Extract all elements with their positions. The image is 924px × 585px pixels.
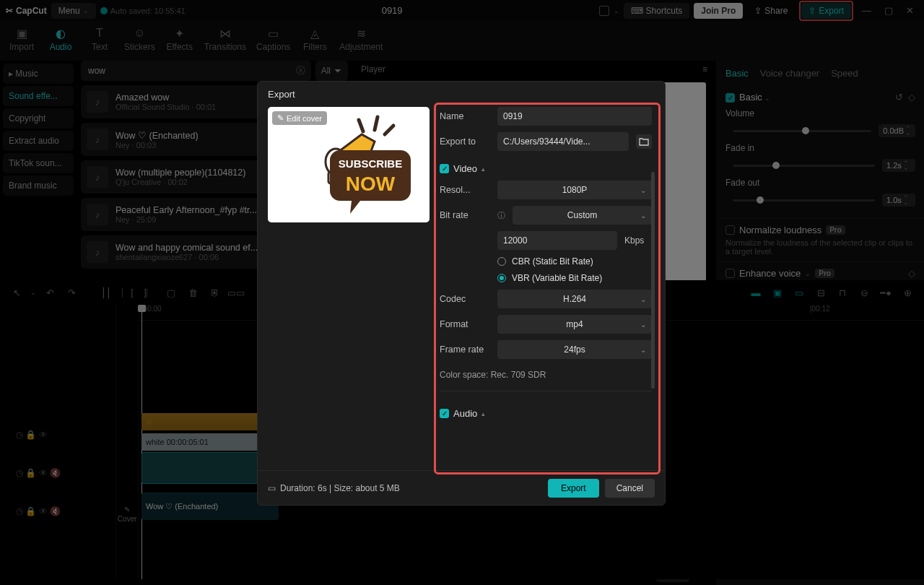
svg-text:SUBSCRIBE: SUBSCRIBE [339,157,402,170]
audio-section[interactable]: ✓Audio ▴ [440,408,652,419]
marker1-icon[interactable]: ▬ [748,285,764,300]
normalize-checkbox[interactable] [725,225,735,235]
ribbon-filters[interactable]: ◬Filters [300,26,329,52]
align-icon[interactable]: ⊟ [813,285,829,300]
name-label: Name [440,111,490,121]
search-input[interactable]: ⓧ [81,61,311,81]
ribbon-stickers[interactable]: ☺Stickers [124,26,155,52]
vbr-radio[interactable]: VBR (Variable Bit Rate) [497,273,652,283]
dialog-scrollbar[interactable] [651,172,655,389]
ribbon-transitions[interactable]: ⋈Transitions [204,26,246,52]
sidebar-brand-music[interactable]: Brand music [3,176,74,196]
info-icon[interactable]: ⓘ [497,210,505,221]
zoom-out-icon[interactable]: ⊖ [856,285,872,300]
delete-icon[interactable]: 🗑 [185,285,201,300]
enhance-checkbox[interactable] [725,269,735,278]
music-note-icon: ♪ [87,241,108,263]
zoom-in-icon[interactable]: ⊕ [899,285,915,300]
trim-right-icon[interactable]: ]⎸ [141,285,157,300]
magnet-icon[interactable]: ⊓ [834,285,850,300]
codec-label: Codec [440,294,490,304]
export-top-button[interactable]: ⇧ Export [801,3,851,19]
resolution-dropdown[interactable]: 1080P⌄ [497,181,652,199]
split-icon[interactable]: ⎮⎮ [98,285,114,300]
svg-line-3 [375,117,378,130]
section-basic-title: Basic [739,92,762,103]
app-logo: ✂ CapCut [6,6,47,16]
bitrate-dropdown[interactable]: Custom⌄ [513,206,652,225]
bitrate-input[interactable] [497,231,617,250]
track-controls[interactable]: ◷ 🔒 👁 🔇 [0,451,116,495]
window-maximize[interactable]: ▢ [880,4,897,17]
sidebar-copyright[interactable]: Copyright [3,108,74,129]
shield-icon[interactable]: ⛨ [206,285,222,300]
window-close[interactable]: ✕ [902,4,918,17]
export-duration-info: ▭ Duration: 6s | Size: about 5 MB [268,483,400,493]
player-title: Player [361,64,385,74]
menu-button[interactable]: Menu ⌄ [51,3,96,19]
window-minimize[interactable]: — [858,4,876,17]
sidebar-tiktok-sounds[interactable]: TikTok soun... [3,153,74,173]
sidebar-music[interactable]: ▸ Music [3,64,74,84]
framerate-dropdown[interactable]: 24fps⌄ [497,340,652,359]
marker2-icon[interactable]: ▣ [770,285,785,300]
filter-all[interactable]: All ⏷ [315,61,348,81]
browse-folder-icon[interactable] [636,134,652,149]
sidebar-extract-audio[interactable]: Extract audio [3,131,74,151]
track-controls[interactable]: ◷ 🔒 👁 🔇 [0,495,116,527]
join-pro-button[interactable]: Join Pro [694,3,743,19]
video-section[interactable]: ✓Video ▴ [440,163,652,174]
share-button[interactable]: ⇪ Share [747,3,795,19]
track-controls[interactable]: ◷ 🔒 👁 [0,419,116,451]
keyframe-icon[interactable]: ◇ [908,92,915,103]
edit-cover-button[interactable]: ✎ Edit cover [272,111,327,125]
crop-icon[interactable]: ▢ [163,285,179,300]
basic-checkbox[interactable]: ✓ [725,93,735,103]
export-path-input[interactable] [497,132,629,151]
fadein-slider[interactable] [733,165,875,167]
volume-value[interactable]: 0.0dB⌃⌄ [879,124,915,137]
format-dropdown[interactable]: mp4⌄ [497,315,652,334]
zoom-slider-icon[interactable]: ━● [878,285,894,300]
ribbon-captions[interactable]: ▭Captions [256,26,290,52]
sidebar-sound-effects[interactable]: Sound effe... [3,86,74,106]
codec-dropdown[interactable]: H.264⌄ [497,290,652,308]
ribbon-effects[interactable]: ✦Effects [165,26,194,52]
trim-left-icon[interactable]: ⎸[ [120,285,136,300]
document-title[interactable]: 0919 [382,5,403,16]
ribbon-audio[interactable]: ◐Audio [46,26,75,52]
pro-badge: Pro [815,269,834,278]
clear-search-icon[interactable]: ⓧ [296,64,305,77]
aspect-icon[interactable] [599,6,609,16]
bitrate-unit: Kbps [624,235,652,246]
redo-icon[interactable]: ↷ [64,285,79,300]
marker3-icon[interactable]: ▭ [791,285,807,300]
export-cancel-button[interactable]: Cancel [605,479,655,498]
tab-speed[interactable]: Speed [831,68,858,79]
fadeout-slider[interactable] [733,199,875,202]
cbr-radio[interactable]: CBR (Static Bit Rate) [497,256,652,266]
aspect-caret[interactable]: ⌄ [614,9,619,13]
keyframe-icon[interactable]: ◇ [908,268,915,279]
enhance-label: Enhance voice [739,268,801,279]
fadein-value[interactable]: 1.2s⌃⌄ [882,159,915,172]
tab-voice-changer[interactable]: Voice changer [760,68,819,79]
volume-slider[interactable] [733,130,871,132]
cursor-tool[interactable]: ↖ [9,285,25,300]
fadeout-value[interactable]: 1.0s⌃⌄ [882,194,915,207]
cover-button[interactable]: ✎Cover [116,305,139,579]
reset-icon[interactable]: ↺ [895,92,903,103]
name-input[interactable] [497,107,652,126]
fadeout-label: Fade out [725,178,759,188]
fadein-label: Fade in [725,143,754,153]
ribbon-adjustment[interactable]: ≋Adjustment [339,26,383,52]
player-menu-icon[interactable]: ≡ [702,64,707,74]
normalize-desc: Normalize the loudness of the selected c… [725,238,915,256]
group-icon[interactable]: ▭▭ [228,285,244,300]
ribbon-text[interactable]: TText [85,26,114,52]
ribbon-import[interactable]: ▣Import [7,26,36,52]
tab-basic[interactable]: Basic [725,68,749,79]
shortcuts-button[interactable]: ⌨ Shortcuts [624,3,690,19]
undo-icon[interactable]: ↶ [42,285,58,300]
export-confirm-button[interactable]: Export [548,479,599,498]
